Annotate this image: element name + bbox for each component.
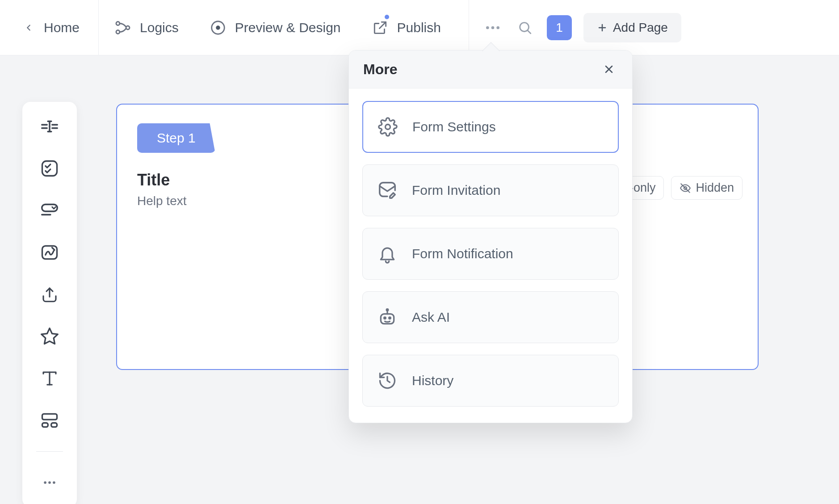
left-toolbar [22,102,77,504]
search-button[interactable] [515,17,535,38]
popover-item-label: Form Invitation [412,183,500,198]
popover-item-form-invitation[interactable]: Form Invitation [362,164,619,216]
add-page-button[interactable]: Add Page [583,13,681,42]
popover-item-label: Form Settings [412,119,496,134]
popover-item-label: History [412,373,453,388]
toolbar-divider [36,451,63,452]
robot-icon [376,306,399,328]
svg-point-34 [384,317,386,319]
svg-point-7 [496,26,499,29]
tool-more[interactable] [38,471,61,494]
popover-item-label: Ask AI [412,310,450,325]
gear-icon [377,116,399,138]
svg-point-33 [386,309,388,311]
popover-title: More [363,61,397,78]
svg-point-6 [491,26,495,29]
nav-preview-label: Preview & Design [235,20,341,35]
svg-point-24 [48,481,51,484]
popover-close-button[interactable] [600,60,618,78]
bell-icon [376,243,399,265]
field-help-text[interactable]: Help text [137,194,187,208]
publish-icon [371,19,389,37]
nav-preview-design[interactable]: Preview & Design [194,0,356,55]
logics-icon [114,19,132,37]
popover-body: Form Settings Form Invitation Form Notif… [349,88,632,423]
svg-point-2 [126,26,130,29]
svg-point-30 [386,125,390,130]
tool-checklist[interactable] [38,157,61,180]
nav-left: Home Logics Preview & Design Publish [0,0,469,55]
svg-point-4 [216,25,220,30]
field-tags: d-only Hidden [614,176,743,200]
svg-line-9 [528,30,531,33]
svg-rect-12 [42,161,57,176]
tool-layout[interactable] [38,409,61,432]
nav-publish-label: Publish [397,20,441,35]
add-page-label: Add Page [613,21,668,35]
tag-hidden-label: Hidden [696,181,734,195]
step-badge[interactable]: Step 1 [137,123,215,153]
chevron-left-icon [20,19,38,37]
nav-right: 1 Add Page [469,0,695,55]
more-menu-button[interactable] [482,17,503,38]
tag-hidden[interactable]: Hidden [671,176,743,200]
tool-text-input[interactable] [38,115,61,138]
page-number-value: 1 [556,21,563,35]
nav-home-label: Home [44,20,80,35]
more-popover: More Form Settings Form Invitation Form … [348,50,633,423]
page-number-badge[interactable]: 1 [547,15,572,40]
nav-logics-label: Logics [140,20,179,35]
svg-rect-21 [42,423,48,427]
svg-rect-22 [51,423,57,427]
tool-dropdown[interactable] [38,199,61,222]
svg-point-5 [486,26,489,29]
step-label: Step 1 [157,130,196,145]
top-navbar: Home Logics Preview & Design Publish [0,0,839,55]
svg-rect-20 [42,414,57,420]
preview-icon [209,19,227,37]
tool-signature[interactable] [38,241,61,264]
tool-rating[interactable] [38,325,61,348]
publish-indicator-dot [385,15,389,19]
nav-publish[interactable]: Publish [356,0,469,55]
svg-point-35 [389,317,391,319]
svg-point-23 [44,481,46,484]
popover-item-form-notification[interactable]: Form Notification [362,228,619,280]
field-title[interactable]: Title [137,171,170,189]
nav-home[interactable]: Home [0,0,99,55]
popover-item-ask-ai[interactable]: Ask AI [362,291,619,343]
popover-item-history[interactable]: History [362,355,619,407]
envelope-edit-icon [376,179,399,202]
tool-upload[interactable] [38,283,61,306]
tool-text[interactable] [38,367,61,390]
svg-marker-17 [42,328,58,344]
popover-item-form-settings[interactable]: Form Settings [362,101,619,153]
history-icon [376,370,399,392]
nav-logics[interactable]: Logics [99,0,194,55]
popover-item-label: Form Notification [412,246,513,261]
svg-point-25 [53,481,55,484]
